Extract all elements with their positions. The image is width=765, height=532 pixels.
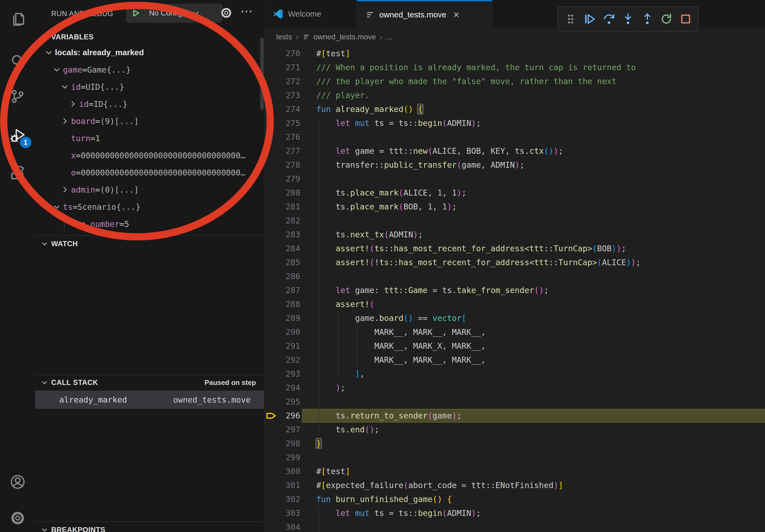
code-line-272[interactable]: 272/// the player who made the "false" m… [264, 75, 765, 89]
line-number[interactable]: 277 [272, 144, 300, 158]
line-number[interactable]: 290 [272, 325, 300, 339]
chevron-down-icon[interactable] [53, 203, 61, 211]
call-stack-frame[interactable]: already_marked owned_tests.move [35, 391, 264, 409]
line-number[interactable]: 298 [272, 437, 300, 450]
code-line-300[interactable]: 300#[test] [264, 464, 765, 478]
code-line-304[interactable]: 304 [264, 520, 765, 532]
line-number[interactable]: 285 [272, 256, 300, 269]
line-number[interactable]: 301 [272, 478, 300, 492]
code-line-275[interactable]: 275 let mut ts = ts::begin(ADMIN); [264, 116, 765, 130]
variable-row-o[interactable]: o = 000000000000000000000000000000000… [35, 164, 264, 181]
code-line-302[interactable]: 302fun burn_unfinished_game() { [264, 492, 765, 506]
code-line-297[interactable]: 297 ts.end(); [264, 423, 765, 437]
line-number[interactable]: 279 [272, 172, 300, 186]
activitybar-settings[interactable] [0, 502, 35, 532]
code-editor[interactable]: 270#[test]271/// When a position is alre… [264, 0, 765, 532]
line-number[interactable]: 276 [272, 130, 300, 144]
code-line-299[interactable]: 299 [264, 450, 765, 464]
variable-row-ts[interactable]: ts = Scenario{...} [35, 198, 264, 215]
line-number[interactable]: 288 [272, 297, 300, 311]
line-number[interactable]: 300 [272, 464, 300, 478]
code-line-286[interactable]: 286 [264, 269, 765, 283]
line-number[interactable]: 284 [272, 242, 300, 256]
code-line-291[interactable]: 291 MARK__, MARK_X, MARK__, [264, 339, 765, 353]
line-number[interactable]: 274 [272, 102, 300, 116]
line-number[interactable]: 282 [272, 214, 300, 228]
step-out-button[interactable] [641, 12, 654, 26]
variable-row-txn_number[interactable]: txn_number = 5 [35, 215, 264, 232]
more-actions-icon[interactable]: ⋯ [241, 4, 253, 18]
code-line-280[interactable]: 280 ts.place_mark(ALICE, 1, 1); [264, 186, 765, 200]
code-line-290[interactable]: 290 MARK__, MARK__, MARK__, [264, 325, 765, 339]
code-line-293[interactable]: 293 ], [264, 367, 765, 381]
code-line-278[interactable]: 278 transfer::public_transfer(game, ADMI… [264, 158, 765, 172]
code-line-273[interactable]: 273/// player. [264, 89, 765, 102]
chevron-right-icon[interactable] [61, 186, 69, 194]
line-number[interactable]: 302 [272, 492, 300, 506]
code-line-289[interactable]: 289 game.board() == vector[ [264, 311, 765, 325]
code-line-281[interactable]: 281 ts.place_mark(BOB, 1, 1); [264, 200, 765, 214]
code-line-276[interactable]: 276 [264, 130, 765, 144]
variable-row-id[interactable]: id = ID{...} [35, 95, 264, 113]
line-number[interactable]: 304 [272, 520, 300, 532]
gear-icon[interactable] [220, 7, 232, 19]
start-debug-icon[interactable] [131, 9, 140, 18]
variable-row-admin[interactable]: admin = (0)[...] [35, 181, 264, 198]
activitybar-account[interactable] [0, 466, 35, 498]
chevron-down-icon[interactable] [45, 49, 53, 57]
code-line-271[interactable]: 271/// When a position is already marked… [264, 61, 765, 75]
line-number[interactable]: 296 [272, 409, 300, 423]
line-number[interactable]: 303 [272, 506, 300, 520]
breakpoints-section-header[interactable]: BREAKPOINTS [35, 523, 264, 532]
code-line-288[interactable]: 288 assert!( [264, 297, 765, 311]
code-line-274[interactable]: 274fun already_marked() { [264, 102, 765, 116]
line-number[interactable]: 281 [272, 200, 300, 214]
code-line-295[interactable]: 295 [264, 395, 765, 409]
line-number[interactable]: 299 [272, 450, 300, 464]
line-number[interactable]: 292 [272, 353, 300, 367]
line-number[interactable]: 293 [272, 367, 300, 381]
code-line-287[interactable]: 287 let game: ttt::Game = ts.take_from_s… [264, 283, 765, 297]
code-line-284[interactable]: 284 assert!(ts::has_most_recent_for_addr… [264, 242, 765, 256]
line-number[interactable]: 287 [272, 283, 300, 297]
variables-section-header[interactable]: VARIABLES [35, 30, 264, 44]
code-line-298[interactable]: 298} [264, 437, 765, 450]
code-line-270[interactable]: 270#[test] [264, 47, 765, 61]
code-line-294[interactable]: 294 ); [264, 381, 765, 395]
code-line-282[interactable]: 282 [264, 214, 765, 228]
line-number[interactable]: 280 [272, 186, 300, 200]
line-number[interactable]: 271 [272, 61, 300, 75]
variable-row-game[interactable]: game = Game{...} [35, 61, 264, 78]
gripper-button[interactable] [564, 12, 577, 26]
line-number[interactable]: 295 [272, 395, 300, 409]
line-number[interactable]: 278 [272, 158, 300, 172]
chevron-down-icon[interactable] [53, 66, 61, 74]
variable-row-turn[interactable]: turn = 1 [35, 130, 264, 147]
step-over-button[interactable] [602, 12, 616, 26]
line-number[interactable]: 275 [272, 116, 300, 130]
line-number[interactable]: 273 [272, 89, 300, 102]
line-number[interactable]: 270 [272, 47, 300, 61]
activitybar-run-and-debug[interactable]: 1 [0, 119, 35, 151]
watch-section-header[interactable]: WATCH [35, 237, 264, 251]
code-line-279[interactable]: 279 [264, 172, 765, 186]
code-line-296[interactable]: 296 ts.return_to_sender(game); [264, 409, 765, 423]
restart-button[interactable] [660, 12, 673, 26]
chevron-down-icon[interactable] [61, 83, 69, 91]
code-line-301[interactable]: 301#[expected_failure(abort_code = ttt::… [264, 478, 765, 492]
line-number[interactable]: 294 [272, 381, 300, 395]
debug-config-dropdown[interactable]: No Configur [126, 4, 223, 23]
code-line-292[interactable]: 292 MARK__, MARK__, MARK__, [264, 353, 765, 367]
code-line-303[interactable]: 303 let mut ts = ts::begin(ADMIN); [264, 506, 765, 520]
variable-row-id[interactable]: id = UID{...} [35, 78, 264, 95]
code-line-277[interactable]: 277 let game = ttt::new(ALICE, BOB, KEY,… [264, 144, 765, 158]
line-number[interactable]: 283 [272, 228, 300, 242]
code-line-283[interactable]: 283 ts.next_tx(ADMIN); [264, 228, 765, 242]
code-line-285[interactable]: 285 assert!(!ts::has_most_recent_for_add… [264, 256, 765, 269]
continue-button[interactable] [583, 12, 596, 26]
stop-button[interactable] [679, 12, 692, 26]
chevron-right-icon[interactable] [61, 117, 69, 125]
line-number[interactable]: 289 [272, 311, 300, 325]
call-stack-section-header[interactable]: CALL STACK Paused on step [35, 376, 264, 390]
activitybar-source-control[interactable] [0, 80, 35, 112]
